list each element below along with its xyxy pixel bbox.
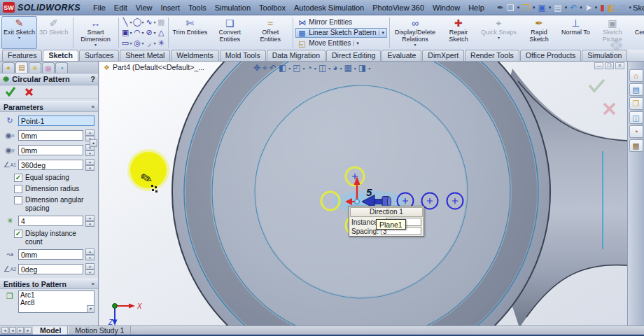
- select-dropdown[interactable]: ▾: [595, 5, 598, 10]
- study-scroll-button-4[interactable]: ▸: [24, 327, 31, 334]
- center-x-field[interactable]: 0mm: [18, 130, 83, 141]
- save-dropdown[interactable]: ▾: [549, 5, 552, 10]
- instance-count-dimension[interactable]: 5: [366, 186, 372, 198]
- trim-entities-button[interactable]: ✄Trim Entities: [171, 16, 210, 49]
- design-library-button[interactable]: ▤: [629, 83, 643, 96]
- tab-mold-tools[interactable]: Mold Tools: [220, 50, 266, 61]
- pattern-radius-field-spinner[interactable]: ▴▾: [85, 248, 94, 260]
- pattern-angle-field[interactable]: 360deg: [18, 160, 83, 170]
- options-icon[interactable]: ◧: [608, 4, 615, 12]
- line-tool-dropdown[interactable]: ▾: [130, 20, 132, 24]
- entities-listbox[interactable]: Arc1Arc8▾: [18, 290, 94, 313]
- rectangle-tool[interactable]: ▣▾: [121, 27, 132, 38]
- rapid-sketch-button[interactable]: ✒Rapid Sketch: [519, 16, 559, 49]
- spline-tool[interactable]: ∿▾: [145, 17, 156, 27]
- smart-dimension-button[interactable]: ↔Smart Dimension▾: [76, 16, 116, 49]
- equal-spacing-checkbox[interactable]: ✓: [14, 174, 22, 182]
- undo-icon[interactable]: ↶: [570, 4, 577, 12]
- dimension-angular-spacing-checkbox[interactable]: [14, 196, 22, 204]
- sketch-fillet-tool[interactable]: ◞▾: [145, 38, 156, 48]
- save-icon[interactable]: ▣: [538, 4, 545, 12]
- edit-appearance-dropdown[interactable]: ▾: [340, 66, 342, 71]
- convert-entities-button[interactable]: ❏Convert Entities: [209, 16, 250, 49]
- apply-scene-dropdown[interactable]: ▾: [354, 66, 356, 71]
- tab-office-products[interactable]: Office Products: [520, 50, 582, 61]
- tab-features[interactable]: Features: [2, 50, 42, 61]
- open-icon[interactable]: ❒: [522, 4, 530, 12]
- slot-tool[interactable]: ▭▾: [121, 38, 132, 48]
- tab-render-tools[interactable]: Render Tools: [465, 50, 519, 61]
- centerline-button[interactable]: ┆Centerline: [633, 16, 644, 49]
- command-quill-icon[interactable]: ✒: [497, 4, 504, 12]
- menu-insert[interactable]: Insert: [156, 2, 184, 13]
- displaymanager-tab[interactable]: ◔: [55, 62, 68, 73]
- cancel-button[interactable]: [24, 88, 34, 97]
- section-view-icon[interactable]: ◧: [279, 63, 286, 73]
- display-delete-relations-flyout-arrow[interactable]: ▾: [414, 43, 416, 48]
- arc-angle-field-spinner[interactable]: ▴▾: [85, 263, 94, 275]
- study-scroll-button-1[interactable]: ◂: [1, 327, 8, 334]
- edit-appearance-icon[interactable]: ◕: [332, 63, 337, 73]
- move-entities-button[interactable]: ◱Move Entities▾: [295, 38, 387, 48]
- print-dropdown[interactable]: ▾: [565, 5, 568, 10]
- view-settings-dropdown[interactable]: ▾: [368, 66, 370, 71]
- linear-sketch-pattern-button[interactable]: ▦Linear Sketch Pattern▾: [295, 28, 387, 38]
- menu-help[interactable]: Help: [464, 2, 489, 13]
- ellipse-tool-dropdown[interactable]: ▾: [154, 30, 156, 35]
- confirm-ok-icon[interactable]: [589, 80, 604, 91]
- polygon-tool[interactable]: △: [157, 27, 166, 38]
- menu-photoview-360[interactable]: PhotoView 360: [368, 2, 428, 13]
- xpress-products-icon[interactable]: ▮: [600, 4, 605, 12]
- entities-section-header[interactable]: Entities to Pattern «: [0, 279, 98, 289]
- display-style-dropdown[interactable]: ▾: [314, 66, 316, 71]
- appearances-button[interactable]: ◔: [629, 125, 643, 138]
- dimxpertmanager-tab[interactable]: ◎: [42, 62, 55, 73]
- tab-model[interactable]: Model: [33, 326, 68, 335]
- tab-dimxpert[interactable]: DimXpert: [422, 50, 464, 61]
- arc-angle-field[interactable]: 0deg: [18, 264, 83, 274]
- pm-help-button[interactable]: ?: [90, 75, 95, 83]
- parameters-section-header[interactable]: Parameters «: [0, 102, 98, 112]
- configurationmanager-tab[interactable]: ✳: [29, 62, 41, 73]
- tab-motion-study-1[interactable]: Motion Study 1: [68, 326, 131, 335]
- move-entities-dropdown[interactable]: ▾: [354, 41, 359, 46]
- entity-item-arc8[interactable]: Arc8: [20, 299, 92, 307]
- offset-entities-button[interactable]: ≈Offset Entities: [250, 16, 290, 49]
- collapse-icon[interactable]: «: [92, 281, 94, 287]
- doc-minimize-button[interactable]: —: [594, 62, 603, 69]
- photoview-preview-dropdown[interactable]: ▾: [629, 5, 632, 10]
- arc-tool-dropdown[interactable]: ▾: [142, 30, 144, 35]
- exit-sketch-flyout-arrow[interactable]: ▾: [18, 36, 20, 41]
- graphics-viewport[interactable]: ✎: [99, 62, 627, 326]
- display-delete-relations-button[interactable]: ∞Display/Delete Relations▾: [392, 16, 438, 49]
- ok-button[interactable]: [5, 87, 16, 97]
- listbox-scroll-down-button[interactable]: ▾: [87, 305, 94, 313]
- menu-simulation[interactable]: Simulation: [211, 2, 255, 13]
- view-orientation-dropdown[interactable]: ▾: [303, 66, 305, 71]
- new-document-dropdown[interactable]: ▾: [517, 5, 520, 10]
- view-settings-icon[interactable]: ◨: [358, 63, 366, 73]
- line-tool[interactable]: ╲▾: [121, 17, 132, 27]
- doc-close-button[interactable]: ✕: [615, 62, 624, 69]
- circle-tool[interactable]: ◯▾: [133, 17, 144, 27]
- zoom-area-icon[interactable]: ⌖: [262, 63, 267, 73]
- entity-item-arc1[interactable]: Arc1: [20, 291, 92, 299]
- menu-autodesk-simulation[interactable]: Autodesk Simulation: [290, 2, 368, 13]
- section-view-dropdown[interactable]: ▾: [288, 66, 290, 71]
- point-tool[interactable]: ✳: [157, 38, 166, 48]
- pattern-angle-field-spinner[interactable]: ▴▾: [85, 159, 94, 171]
- undo-dropdown[interactable]: ▾: [580, 5, 582, 10]
- part-tree-node[interactable]: ❖ Part4 (Default<<Default>_...: [104, 63, 204, 71]
- sketch-fillet-tool-dropdown[interactable]: ▾: [154, 41, 156, 46]
- tab-surfaces[interactable]: Surfaces: [79, 50, 119, 61]
- pattern-radius-field[interactable]: 0mm: [18, 249, 83, 260]
- open-dropdown[interactable]: ▾: [533, 5, 536, 10]
- tab-sketch[interactable]: Sketch: [43, 50, 78, 61]
- menu-window[interactable]: Window: [428, 2, 464, 13]
- normal-to-button[interactable]: ⊥Normal To: [559, 16, 592, 49]
- file-explorer-button[interactable]: ❒: [629, 97, 643, 110]
- circle-tool-dropdown[interactable]: ▾: [142, 20, 144, 24]
- slot-tool-dropdown[interactable]: ▾: [130, 41, 132, 46]
- hide-show-items-icon[interactable]: ◫: [318, 63, 326, 73]
- select-icon[interactable]: ➤: [585, 4, 592, 12]
